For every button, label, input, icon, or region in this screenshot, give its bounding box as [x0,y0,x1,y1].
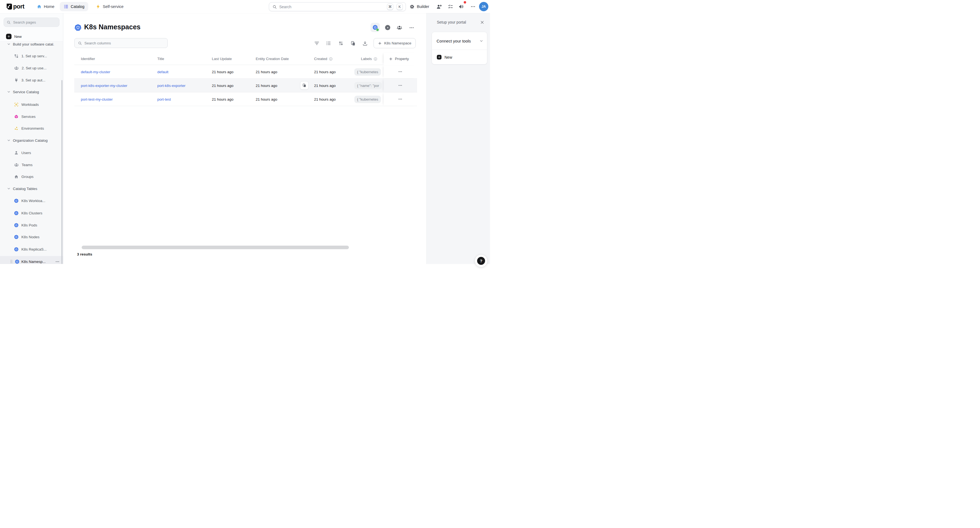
chevron-down-icon [7,90,11,94]
sidebar-item-k8s-replicasets[interactable]: K8s ReplicaS... [0,245,63,253]
group-by-button[interactable] [326,40,332,46]
sidebar-item-k8s-namespaces[interactable]: K8s Namesp... [0,256,63,264]
nav-self-service[interactable]: Self-service [95,0,124,13]
kubernetes-icon [74,24,82,31]
sidebar-section-catalog-tables[interactable]: Catalog Tables [0,185,63,193]
cell-identifier[interactable]: default-my-cluster [81,65,110,79]
search-columns-input[interactable] [84,41,164,45]
column-header-labels[interactable]: Labels [361,53,377,65]
sidebar-item-teams[interactable]: Teams [0,161,63,169]
sidebar-section-build[interactable]: Build your software catal... [0,40,63,48]
kbd-k: K [396,3,403,10]
export-button[interactable] [362,40,368,46]
search-icon [272,5,277,9]
sidebar-item-services[interactable]: Services [0,112,63,121]
nav-catalog[interactable]: Catalog [60,2,88,11]
labels-chip[interactable]: { "kubernetes [354,68,381,76]
person-plus-icon [436,4,442,10]
top-navbar: port Home Catalog Self-service ⌘ K Build… [0,0,490,13]
port-logo-text: port [13,3,24,10]
horizontal-scrollbar[interactable] [82,246,349,249]
filter-button[interactable] [314,40,320,46]
sidebar-item-users[interactable]: Users [0,148,63,157]
gear-icon [409,4,415,9]
connect-tools-accordion[interactable]: Connect your tools [432,32,487,49]
catalog-list-icon [64,4,68,9]
kubernetes-icon [14,198,19,203]
column-header-last-update[interactable]: Last Update [212,53,232,65]
sidebar-scrollbar[interactable] [61,80,62,264]
panel-close-button[interactable] [479,19,485,25]
column-header-title[interactable]: Title [157,53,164,65]
search-icon [78,41,82,45]
announcements-button[interactable] [458,0,464,13]
chevron-down-icon [7,139,11,142]
copy-view-button[interactable] [350,40,356,46]
row-actions-button[interactable] [396,96,404,103]
sidebar-item-k8s-nodes[interactable]: K8s Nodes [0,233,63,241]
sidebar-item-setup-automations[interactable]: 3. Set up aut... [0,76,63,84]
global-search-input[interactable] [279,5,384,9]
row-actions-button[interactable] [396,68,404,75]
port-logo[interactable]: port [5,0,24,13]
panel-title: Setup your portal [437,20,466,24]
blueprint-badge-button[interactable] [371,23,380,32]
cell-title[interactable]: port-test [157,93,171,106]
nav-home[interactable]: Home [37,0,54,13]
people-icon [14,65,19,70]
search-columns[interactable] [74,38,168,48]
item-menu-icon[interactable] [56,260,59,264]
audience-button[interactable] [396,25,402,30]
add-entity-button[interactable]: K8s Namespace [374,38,416,48]
sidebar-item-setup-users[interactable]: 2. Set up use... [0,64,63,72]
sidebar-item-groups[interactable]: Groups [0,172,63,181]
run-button[interactable] [385,25,390,30]
ellipsis-icon [398,70,402,74]
row-actions-button[interactable] [396,82,404,89]
notification-dot [464,1,466,3]
invite-user-button[interactable] [436,0,442,13]
labels-chip[interactable]: { "kubernetes [354,96,381,103]
global-search[interactable]: ⌘ K [269,2,406,11]
tasks-button[interactable] [448,0,453,13]
copy-value-button[interactable] [300,81,309,89]
sidebar-new-button[interactable]: New [0,32,63,41]
column-header-identifier[interactable]: Identifier [81,53,95,65]
megaphone-icon [458,4,464,9]
sidebar-item-workloads[interactable]: Workloads [0,100,63,108]
sidebar-search[interactable] [3,18,59,27]
sidebar-item-k8s-clusters[interactable]: K8s Clusters [0,209,63,217]
filter-icon [314,41,320,46]
cell-entity-creation-date: 21 hours ago [256,65,277,79]
cell-identifier[interactable]: port-k8s-exporter-my-cluster [81,79,127,93]
column-header-entity-creation-date[interactable]: Entity Creation Date [256,53,289,65]
sidebar-section-service-catalog[interactable]: Service Catalog [0,88,63,96]
cell-created: 21 hours ago [314,93,336,106]
panel-new-button[interactable]: New [432,49,487,64]
sidebar-item-k8s-workloads[interactable]: K8s Workloa... [0,196,63,205]
lightning-icon [95,4,100,9]
cube-scan-icon [14,102,19,107]
sidebar-item-environments[interactable]: Environments [0,124,63,132]
nav-builder-label: Builder [417,5,429,9]
labels-chip[interactable]: { "name": "por [354,82,382,89]
house-icon [14,174,19,179]
sidebar-item-k8s-pods[interactable]: K8s Pods [0,221,63,229]
cell-title[interactable]: port-k8s-exporter [157,79,186,93]
kbd-command: ⌘ [387,3,393,10]
avatar[interactable]: JA [479,2,488,11]
panel-new-label: New [444,55,452,59]
drag-handle[interactable] [10,259,13,264]
column-header-created[interactable]: Created [314,53,333,65]
cell-identifier[interactable]: port-test-my-cluster [81,93,113,106]
sort-button[interactable] [338,40,344,46]
navbar-more-button[interactable] [471,0,476,13]
nav-builder[interactable]: Builder [409,0,429,13]
sidebar-item-setup-service[interactable]: 1. Set up serv... [0,52,63,60]
sidebar-section-organization-catalog[interactable]: Organization Catalog [0,136,63,145]
page-more-button[interactable] [409,25,414,30]
sidebar-search-input[interactable] [13,20,51,24]
add-property-button[interactable]: Property [384,53,417,65]
cell-title[interactable]: default [157,65,169,79]
table-row: port-test-my-cluster port-test 21 hours … [74,93,417,106]
